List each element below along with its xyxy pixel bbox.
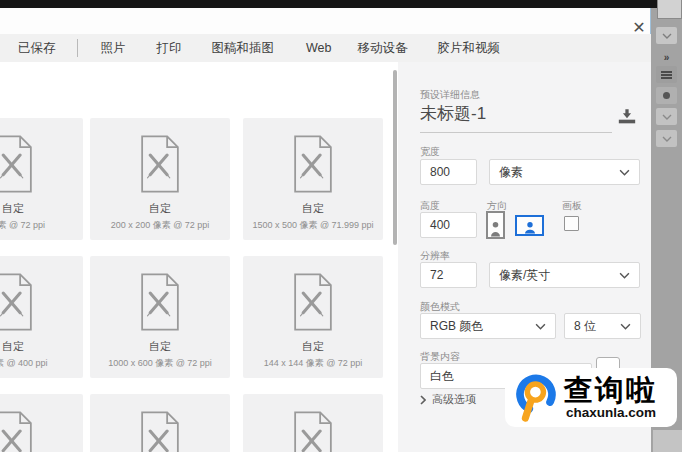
tab-saved[interactable]: 已保存	[18, 40, 56, 57]
chaxunla-watermark: 查询啦 chaxunla.com	[505, 368, 677, 427]
preset-card[interactable]: 自定 1000 x 600 像素 @ 72 ppi	[90, 256, 230, 378]
preset-subtitle: 1500 x 500 像素 @ 71.999 ppi	[243, 219, 383, 232]
custom-document-icon	[0, 133, 38, 195]
color-mode-value: RGB 颜色	[430, 318, 483, 335]
resolution-unit-value: 像素/英寸	[499, 267, 550, 284]
landscape-person-icon	[524, 221, 536, 234]
watermark-title: 查询啦	[564, 376, 657, 405]
orientation-portrait-button[interactable]	[486, 211, 505, 239]
presets-scrollbar-thumb[interactable]	[393, 70, 397, 245]
tab-divider	[77, 39, 78, 57]
preset-subtitle: 144 x 144 像素 @ 72 ppi	[243, 357, 383, 370]
tab-art-illustration[interactable]: 图稿和插图	[212, 40, 275, 57]
custom-document-icon	[288, 271, 338, 333]
preset-card[interactable]	[243, 394, 383, 452]
color-mode-dropdown[interactable]: RGB 颜色	[420, 313, 556, 339]
background-contents-value: 白色	[430, 368, 454, 385]
watermark-domain: chaxunla.com	[566, 406, 657, 420]
panel-dropdown-button-1[interactable]	[656, 108, 677, 125]
bit-depth-dropdown[interactable]: 8 位	[564, 313, 641, 339]
tab-print[interactable]: 打印	[157, 40, 182, 57]
top-black-bar	[0, 0, 682, 8]
preset-title: 自定	[0, 201, 83, 216]
preset-title: 自定	[243, 339, 383, 354]
chevron-down-icon	[619, 272, 630, 279]
new-document-dialog-screen: » ✕ 已保存 照片 打印 图稿和插图 Web 移动设备 胶片和视频	[0, 0, 682, 452]
panel-header: 预设详细信息	[420, 88, 480, 102]
width-input[interactable]: 800	[420, 159, 477, 185]
advanced-options-label: 高级选项	[432, 392, 476, 407]
preset-title: 自定	[243, 201, 383, 216]
custom-document-icon	[135, 271, 185, 333]
width-unit-value: 像素	[499, 164, 523, 181]
bit-depth-value: 8 位	[574, 318, 596, 335]
chevron-down-icon	[662, 136, 672, 142]
tab-film-video[interactable]: 胶片和视频	[437, 40, 500, 57]
document-name-underline	[420, 132, 612, 133]
preset-card[interactable]	[0, 394, 83, 452]
advanced-options-toggle[interactable]: 高级选项	[420, 392, 476, 407]
chevron-down-icon	[662, 33, 672, 39]
custom-document-icon	[0, 271, 38, 333]
watermark-text: 查询啦 chaxunla.com	[564, 376, 657, 420]
color-mode-label: 颜色模式	[420, 300, 460, 314]
preset-subtitle: 0 像素 @ 72 ppi	[0, 219, 83, 232]
chevron-down-icon	[620, 323, 631, 330]
chaxunla-logo-icon	[511, 372, 561, 424]
custom-document-icon	[0, 409, 38, 452]
dot-icon	[663, 92, 670, 99]
custom-document-icon	[135, 133, 185, 195]
panel-record-button[interactable]	[656, 87, 677, 104]
custom-document-icon	[288, 133, 338, 195]
resolution-label: 分辨率	[420, 249, 450, 263]
portrait-person-icon	[490, 220, 501, 237]
height-label: 高度	[420, 199, 440, 213]
preset-card[interactable]	[90, 394, 230, 452]
resolution-unit-dropdown[interactable]: 像素/英寸	[489, 262, 640, 288]
preset-card[interactable]: 自定 0 像素 @ 72 ppi	[0, 118, 83, 240]
preset-subtitle: 200 x 200 像素 @ 72 ppi	[90, 219, 230, 232]
preset-card[interactable]: 自定 1500 x 500 像素 @ 71.999 ppi	[243, 118, 383, 240]
preset-category-tabs: 已保存 照片 打印 图稿和插图 Web 移动设备 胶片和视频	[0, 34, 651, 62]
width-label: 宽度	[420, 145, 440, 159]
panel-menu-button[interactable]	[656, 66, 677, 83]
chevron-right-icon	[420, 395, 426, 405]
custom-document-icon	[288, 409, 338, 452]
preset-subtitle: 0 像素 @ 400 ppi	[0, 357, 83, 370]
hamburger-icon	[661, 71, 672, 79]
recent-presets-grid: 自定 0 像素 @ 72 ppi 自定 200 x 200 像素 @ 72 pp…	[0, 62, 398, 452]
preset-card[interactable]: 自定 200 x 200 像素 @ 72 ppi	[90, 118, 230, 240]
background-window-tab	[657, 0, 682, 19]
panel-expand-button[interactable]: »	[651, 52, 682, 63]
save-preset-icon[interactable]	[617, 108, 637, 129]
orientation-landscape-button[interactable]	[515, 215, 544, 236]
preset-title: 自定	[90, 339, 230, 354]
artboard-checkbox[interactable]	[564, 216, 579, 231]
chevron-down-icon	[535, 323, 546, 330]
resolution-input[interactable]: 72	[420, 262, 477, 288]
tab-mobile[interactable]: 移动设备	[357, 40, 407, 57]
preset-title: 自定	[0, 339, 83, 354]
preset-subtitle: 1000 x 600 像素 @ 72 ppi	[90, 357, 230, 370]
panel-dropdown-button-2[interactable]	[656, 130, 677, 147]
panel-collapse-button[interactable]	[656, 27, 677, 44]
background-contents-label: 背景内容	[420, 350, 460, 364]
document-name-input[interactable]: 未标题-1	[420, 102, 486, 125]
tab-web[interactable]: Web	[306, 41, 331, 55]
height-input[interactable]: 400	[420, 212, 477, 238]
preset-title: 自定	[90, 201, 230, 216]
preset-card[interactable]: 自定 144 x 144 像素 @ 72 ppi	[243, 256, 383, 378]
custom-document-icon	[135, 409, 185, 452]
width-unit-dropdown[interactable]: 像素	[489, 159, 640, 185]
preset-card[interactable]: 自定 0 像素 @ 400 ppi	[0, 256, 83, 378]
chevron-down-icon	[662, 114, 672, 120]
panel-bottom-box	[653, 430, 682, 452]
chevron-down-icon	[619, 169, 630, 176]
tab-photo[interactable]: 照片	[101, 40, 126, 57]
artboard-label: 画板	[562, 199, 582, 213]
